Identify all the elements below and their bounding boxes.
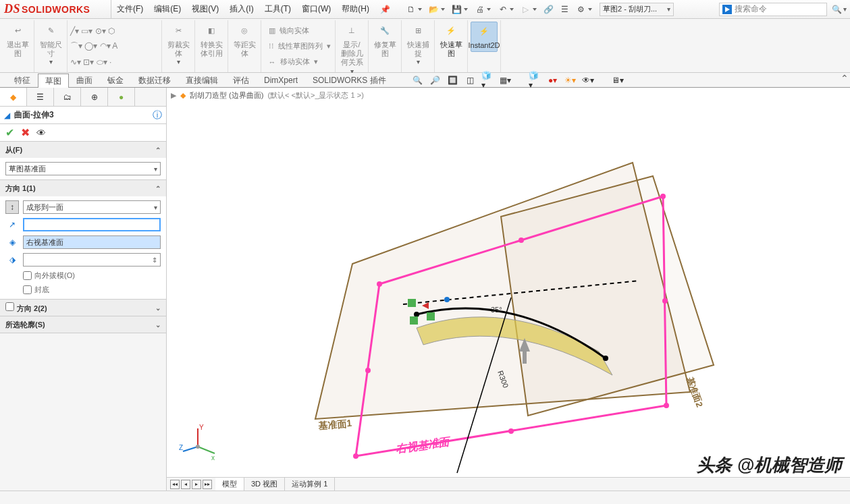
view-settings-icon[interactable]: 👁▾ (581, 74, 595, 86)
config-tab[interactable]: 🗂 (54, 88, 81, 106)
settings-button[interactable]: ⚙ (574, 3, 589, 16)
apply-scene-icon[interactable]: ☀▾ (564, 74, 577, 86)
save-button[interactable]: 💾 (450, 3, 464, 16)
from-select[interactable]: 草图基准面▾ (5, 162, 161, 175)
exit-sketch-button[interactable]: ↩退出草图 (4, 22, 31, 59)
smart-dimension-button[interactable]: ✎智能尺寸▾ (37, 22, 64, 67)
menu-tools[interactable]: 工具(T) (259, 0, 296, 18)
reverse-direction-icon[interactable]: ↕ (5, 200, 19, 214)
collapse-ribbon-button[interactable]: ⌃ (841, 73, 849, 84)
section-direction1[interactable]: 方向 1(1)⌃ (0, 180, 166, 196)
open-button[interactable]: 📂 (427, 3, 442, 16)
convert-button[interactable]: ◧转换实体引用 (198, 22, 225, 59)
menu-help[interactable]: 帮助(H) (336, 0, 375, 18)
tab-features[interactable]: 特征 (7, 73, 38, 87)
help-icon[interactable]: ⓘ (153, 109, 162, 121)
mirror-button[interactable]: ▥ 镜向实体 (269, 23, 309, 38)
ok-button[interactable]: ✔ (5, 126, 14, 139)
zoom-fit-icon[interactable]: 🔍 (411, 74, 425, 86)
quick-snap-button[interactable]: ⊞快速捕捉▾ (404, 22, 431, 67)
prev-view-icon[interactable]: 🔲 (446, 74, 460, 86)
feature-tree-tab[interactable]: ◆ (0, 88, 27, 106)
section-contours[interactable]: 所选轮廓(S)⌄ (0, 316, 166, 333)
direction2-checkbox[interactable] (5, 302, 14, 311)
print-button[interactable]: 🖨 (473, 3, 487, 16)
face-select-icon[interactable]: ◈ (5, 235, 19, 249)
pin-icon[interactable]: 📌 (375, 0, 396, 18)
hide-show-icon[interactable]: 🧊▾ (529, 74, 542, 86)
bottom-tab-3dview[interactable]: 3D 视图 (244, 478, 285, 491)
tab-swaddins[interactable]: SOLIDWORKS 插件 (305, 73, 394, 87)
svg-text:Y: Y (199, 424, 204, 431)
tab-directedit[interactable]: 直接编辑 (178, 73, 225, 87)
new-button[interactable]: 🗋 (404, 3, 419, 16)
zoom-area-icon[interactable]: 🔎 (429, 74, 442, 86)
direction-vector-input[interactable] (23, 218, 161, 231)
offset-button[interactable]: ◎等距实体 (231, 22, 258, 59)
svg-rect-13 (523, 350, 527, 364)
search-button[interactable]: 🔍▾ (831, 3, 847, 16)
rebuild-button[interactable]: 🔗 (541, 3, 556, 16)
repair-sketch-button[interactable]: 🔧修复草图 (371, 22, 398, 59)
instant2d-button[interactable]: ⚡Instant2D (471, 22, 498, 52)
edit-appearance-icon[interactable]: ●▾ (546, 74, 560, 86)
end-condition-select[interactable]: 成形到一面▾ (23, 200, 161, 214)
tab-sheetmetal[interactable]: 钣金 (100, 73, 131, 87)
view-triad[interactable]: x Y Z (178, 423, 218, 464)
bottom-tab-motion[interactable]: 运动算例 1 (285, 478, 335, 491)
section-direction2[interactable]: 方向 2(2)⌄ (0, 300, 166, 316)
document-selector[interactable]: 草图2 - 刮胡刀...▾ (600, 3, 674, 16)
tab-evaluate[interactable]: 评估 (225, 73, 257, 87)
menu-file[interactable]: 文件(F) (111, 0, 149, 18)
display-tab[interactable]: ● (108, 88, 135, 106)
tab-datamigration[interactable]: 数据迁移 (131, 73, 178, 87)
menu-view[interactable]: 视图(V) (186, 0, 224, 18)
section-from[interactable]: 从(F)⌃ (0, 142, 166, 158)
pattern-button[interactable]: ⁝⁝ 线性草图阵列 ▾ (269, 38, 331, 54)
svg-point-2 (660, 194, 666, 199)
tab-dimxpert[interactable]: DimXpert (257, 73, 305, 87)
menu-window[interactable]: 窗口(W) (296, 0, 336, 18)
menu-edit[interactable]: 编辑(E) (149, 0, 186, 18)
search-input[interactable]: 搜索命令 (719, 3, 827, 16)
feature-name: 曲面-拉伸3 (14, 109, 153, 121)
rapid-sketch-button[interactable]: ⚡快速草图 (437, 22, 464, 59)
tab-surface[interactable]: 曲面 (69, 73, 100, 87)
menu-insert[interactable]: 插入(I) (224, 0, 259, 18)
cap-end-checkbox[interactable] (23, 285, 32, 294)
tab-nav-buttons[interactable]: ◂◂◂▸▸▸ (169, 480, 213, 489)
graphics-viewport[interactable]: ▶ ◆ 刮胡刀造型 (边界曲面) (默认< <默认>_显示状态 1 >) 基准面… (167, 88, 850, 491)
section-view-icon[interactable]: ◫ (464, 74, 477, 86)
model-canvas: 基准面1 基准面2 右视基准面 (167, 88, 850, 491)
svg-point-20 (196, 445, 200, 449)
render-icon[interactable]: 🖥▾ (611, 74, 625, 86)
sketch-tools-row2[interactable]: ⌒▾ ◯▾ ◠▾ A (70, 38, 159, 54)
draft-icon[interactable]: ⬗ (5, 253, 19, 267)
preview-button[interactable]: 👁 (36, 128, 46, 138)
bottom-tab-model[interactable]: 模型 (215, 478, 244, 491)
trim-button[interactable]: ✂剪裁实体▾ (165, 22, 192, 67)
display-style-icon[interactable]: ▦▾ (499, 74, 512, 86)
direction-vector-icon[interactable]: ↗ (5, 218, 19, 231)
options-list-button[interactable]: ☰ (558, 3, 573, 16)
select-button[interactable]: ▷ (519, 3, 533, 16)
sketch-tools-row1[interactable]: ╱▾ ▭▾ ⊙▾ ⬡ (70, 23, 159, 38)
svg-point-10 (603, 356, 608, 361)
upto-face-field[interactable]: 右视基准面 (23, 235, 161, 249)
tab-sketch[interactable]: 草图 (38, 74, 69, 88)
undo-button[interactable]: ↶ (496, 3, 510, 16)
sketch-tools-row3[interactable]: ∿▾ ⊡▾ ⬭▾ · (70, 54, 159, 69)
draft-outward-checkbox[interactable] (23, 271, 32, 280)
cancel-button[interactable]: ✖ (21, 126, 30, 139)
property-tab[interactable]: ☰ (27, 88, 54, 106)
view-orient-icon[interactable]: 🧊▾ (481, 74, 495, 86)
svg-point-11 (444, 297, 450, 302)
show-relations-button[interactable]: ⊥显示/删除几何关系▾ (338, 22, 365, 77)
move-button[interactable]: ↔ 移动实体 ▾ (269, 54, 318, 69)
svg-text:x: x (211, 454, 215, 461)
svg-point-6 (662, 298, 668, 304)
draft-angle-input[interactable]: ⇕ (23, 253, 161, 267)
dimxpert-tab[interactable]: ⊕ (81, 88, 108, 106)
quick-access-toolbar: 🗋 📂 💾 🖨 ↶ ▷ 🔗 ☰ ⚙ 草图2 - 刮胡刀...▾ (396, 0, 676, 18)
svg-line-14 (198, 447, 215, 453)
